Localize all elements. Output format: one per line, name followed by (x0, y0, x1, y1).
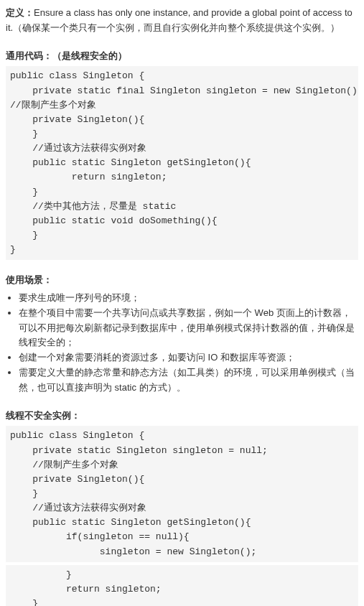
usage-item: 创建一个对象需要消耗的资源过多，如要访问 IO 和数据库等资源； (19, 350, 358, 365)
usage-item: 要求生成唯一序列号的环境； (19, 291, 358, 306)
unsafe-heading: 线程不安全实例： (6, 409, 358, 424)
general-code-section: 通用代码：（是线程安全的） public class Singleton { p… (6, 49, 358, 261)
unsafe-code-block-2: } return singleton; } (6, 565, 358, 606)
definition-paragraph: 定义：Ensure a class has only one instance,… (6, 6, 358, 36)
unsafe-section: 线程不安全实例： public class Singleton { privat… (6, 409, 358, 606)
general-code-heading: 通用代码：（是线程安全的） (6, 49, 358, 64)
usage-section: 使用场景： 要求生成唯一序列号的环境； 在整个项目中需要一个共享访问点或共享数据… (6, 273, 358, 395)
definition-text: Ensure a class has only one instance, an… (6, 7, 353, 33)
usage-item: 需要定义大量的静态常量和静态方法（如工具类）的环境，可以采用单例模式（当然，也可… (19, 365, 358, 396)
general-code-block: public class Singleton { private static … (6, 66, 358, 260)
definition-label: 定义： (6, 7, 34, 18)
definition-section: 定义：Ensure a class has only one instance,… (6, 6, 358, 36)
usage-heading: 使用场景： (6, 273, 358, 288)
usage-item: 在整个项目中需要一个共享访问点或共享数据，例如一个 Web 页面上的计数器，可以… (19, 306, 358, 350)
unsafe-code-block-1: public class Singleton { private static … (6, 426, 358, 561)
usage-list: 要求生成唯一序列号的环境； 在整个项目中需要一个共享访问点或共享数据，例如一个 … (6, 291, 358, 396)
